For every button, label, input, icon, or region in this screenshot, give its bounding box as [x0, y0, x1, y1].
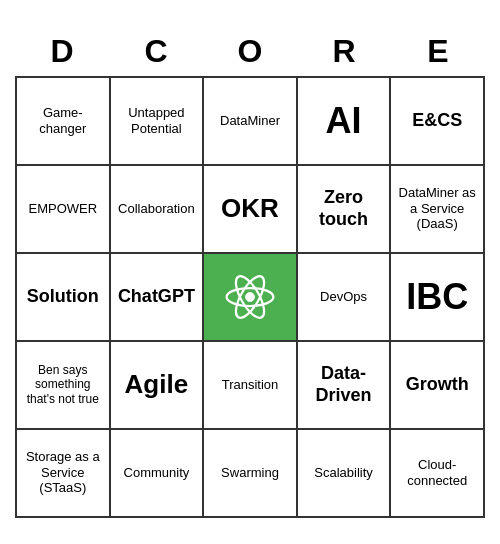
cell-r3-c1: Agile [111, 342, 205, 430]
cell-text: Ben says something that's not true [21, 363, 105, 406]
cell-r0-c1: Untapped Potential [111, 78, 205, 166]
cell-text: Cloud-connected [395, 457, 479, 488]
cell-r0-c3: AI [298, 78, 392, 166]
cell-text: Scalability [314, 465, 373, 481]
svg-point-3 [245, 292, 254, 301]
cell-text: Swarming [221, 465, 279, 481]
cell-text: Game-changer [21, 105, 105, 136]
cell-text: OKR [221, 193, 279, 224]
cell-text: Zero touch [302, 187, 386, 230]
atom-icon [223, 270, 277, 324]
cell-text: ChatGPT [118, 286, 195, 308]
cell-text: Untapped Potential [115, 105, 199, 136]
cell-r2-c3: DevOps [298, 254, 392, 342]
header-letter: C [109, 27, 203, 76]
cell-text: E&CS [412, 110, 462, 132]
cell-text: DataMiner [220, 113, 280, 129]
cell-r1-c2: OKR [204, 166, 298, 254]
cell-text: DataMiner as a Service (DaaS) [395, 185, 479, 232]
cell-r3-c3: Data-Driven [298, 342, 392, 430]
cell-text: DevOps [320, 289, 367, 305]
header-letter: E [391, 27, 485, 76]
bingo-grid: Game-changerUntapped PotentialDataMinerA… [15, 76, 485, 518]
cell-text: Transition [222, 377, 279, 393]
cell-text: Collaboration [118, 201, 195, 217]
cell-text: Growth [406, 374, 469, 396]
cell-text: IBC [406, 275, 468, 318]
cell-r3-c0: Ben says something that's not true [17, 342, 111, 430]
header-letter: R [297, 27, 391, 76]
cell-r1-c0: EMPOWER [17, 166, 111, 254]
bingo-card: DCORE Game-changerUntapped PotentialData… [15, 27, 485, 518]
header-letter: D [15, 27, 109, 76]
cell-text: Community [124, 465, 190, 481]
cell-r0-c2: DataMiner [204, 78, 298, 166]
cell-r3-c2: Transition [204, 342, 298, 430]
cell-r4-c0: Storage as a Service (STaaS) [17, 430, 111, 518]
cell-text: Data-Driven [302, 363, 386, 406]
cell-text: EMPOWER [28, 201, 97, 217]
cell-r4-c3: Scalability [298, 430, 392, 518]
cell-r0-c4: E&CS [391, 78, 485, 166]
cell-text: Storage as a Service (STaaS) [21, 449, 105, 496]
cell-r4-c4: Cloud-connected [391, 430, 485, 518]
cell-r2-c2 [204, 254, 298, 342]
cell-r1-c1: Collaboration [111, 166, 205, 254]
cell-r3-c4: Growth [391, 342, 485, 430]
cell-r2-c0: Solution [17, 254, 111, 342]
cell-text: Agile [125, 369, 189, 400]
cell-text: AI [326, 99, 362, 142]
header-letter: O [203, 27, 297, 76]
cell-r0-c0: Game-changer [17, 78, 111, 166]
cell-r4-c2: Swarming [204, 430, 298, 518]
cell-text: Solution [27, 286, 99, 308]
cell-r2-c4: IBC [391, 254, 485, 342]
cell-r2-c1: ChatGPT [111, 254, 205, 342]
header-row: DCORE [15, 27, 485, 76]
cell-r1-c3: Zero touch [298, 166, 392, 254]
cell-r4-c1: Community [111, 430, 205, 518]
cell-r1-c4: DataMiner as a Service (DaaS) [391, 166, 485, 254]
